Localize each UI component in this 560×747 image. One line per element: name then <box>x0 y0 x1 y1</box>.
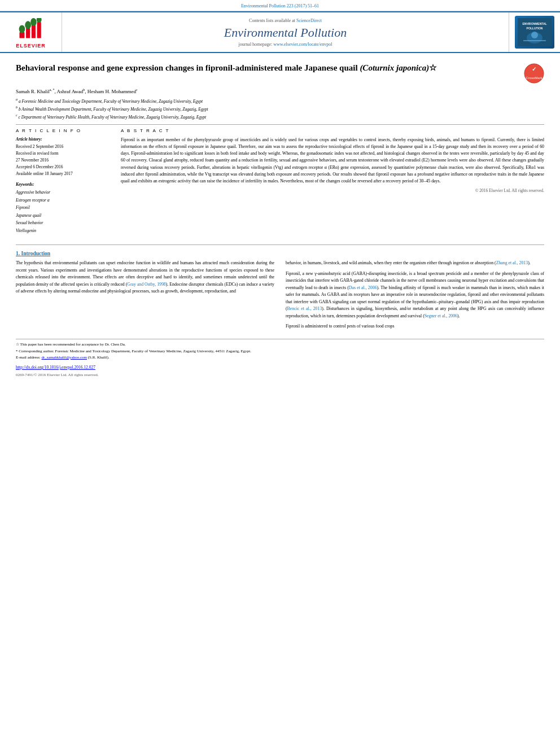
history-item-3: Accepted 6 December 2016 <box>16 164 112 171</box>
keyword-3: Japanese quail <box>16 212 112 220</box>
intro-left-para-0: The hypothesis that environmental pollut… <box>16 260 274 295</box>
author3-sup: c <box>136 88 138 91</box>
svg-point-6 <box>30 18 37 26</box>
keyword-1: Estrogen receptor α <box>16 196 112 204</box>
intro-two-col: The hypothesis that environmental pollut… <box>16 260 544 333</box>
elsevier-logo-area: ELSEVIER <box>0 12 62 52</box>
svg-point-5 <box>25 21 31 29</box>
svg-point-12 <box>531 32 538 38</box>
svg-text:ENVIRONMENTAL: ENVIRONMENTAL <box>522 22 546 25</box>
authors-line: Samah R. Khalila, *, Ashraf Awadb, Hesha… <box>16 88 544 94</box>
journal-center: Contents lists available at ScienceDirec… <box>62 12 509 52</box>
affiliations: a a Forensic Medicine and Toxicology Dep… <box>16 97 544 120</box>
journal-title-header: Environmental Pollution <box>224 25 347 40</box>
svg-rect-3 <box>37 22 41 38</box>
intro-title: Introduction <box>21 251 51 256</box>
affiliation-a: a a Forensic Medicine and Toxicology Dep… <box>16 97 544 104</box>
history-item-2: 27 November 2016 <box>16 157 112 164</box>
author1-name: Samah R. Khalil <box>16 89 50 94</box>
svg-text:CrossMark: CrossMark <box>526 76 542 80</box>
article-title-italic: (Coturnix japonica) <box>360 63 429 72</box>
elsevier-logo-text: ELSEVIER <box>16 43 46 49</box>
corresponding-note: * Corresponding author. Forensic Medicin… <box>16 348 544 355</box>
footer-doi: http://dx.doi.org/10.1016/j.envpol.2016.… <box>16 364 544 371</box>
history-subheading: Article history: <box>16 137 112 142</box>
ref-segner[interactable]: Segner et al., 2006 <box>425 313 457 318</box>
article-title-section: Behavioral response and gene expression … <box>16 60 544 84</box>
section-divider-1 <box>16 124 544 125</box>
journal-ref-bar: Environmental Pollution 223 (2017) 51–61 <box>0 0 560 11</box>
article-title: Behavioral response and gene expression … <box>16 62 518 74</box>
journal-ref-text: Environmental Pollution 223 (2017) 51–61 <box>241 3 319 8</box>
intro-right-para-2: Fipronil is administered to control pest… <box>286 323 544 330</box>
abstract-col: A B S T R A C T Fipronil is an important… <box>121 128 544 239</box>
keyword-5: Vitellogenin <box>16 227 112 235</box>
email-note: E-mail address: dr_samahkhalil@yahoo.com… <box>16 355 544 361</box>
history-items: Received 2 September 2016 Received in re… <box>16 143 112 177</box>
affiliation-c: c c Department of Veterinary Public Heal… <box>16 113 544 120</box>
article-info-heading: A R T I C L E I N F O <box>16 128 112 133</box>
intro-number: 1. <box>16 251 20 256</box>
article-info-col: A R T I C L E I N F O Article history: R… <box>16 128 112 239</box>
svg-point-4 <box>19 25 25 33</box>
main-content: Behavioral response and gene expression … <box>0 53 560 385</box>
history-item-1: Received in revised form <box>16 150 112 157</box>
footer-notes: ☆ This paper has been recommended for ac… <box>16 339 544 378</box>
footer-issn: 0269-7491/© 2016 Elsevier Ltd. All right… <box>16 372 544 378</box>
intro-right-para-0: behavior, in humans, livestock, and wild… <box>286 260 544 267</box>
keyword-2: Fipronil <box>16 204 112 212</box>
ref-gray-ostby[interactable]: Gray and Ostby, 1998 <box>127 282 165 287</box>
email-link[interactable]: dr_samahkhalil@yahoo.com <box>42 355 88 360</box>
homepage-line: journal homepage: www.elsevier.com/locat… <box>238 42 332 47</box>
keywords-block: Keywords: Aggressive behavior Estrogen r… <box>16 182 112 234</box>
intro-right-para-1: Fipronil, a new γ-aminobutyric acid (GAB… <box>286 270 544 320</box>
article-history-block: Article history: Received 2 September 20… <box>16 137 112 177</box>
elsevier-tree-icon <box>15 18 46 41</box>
article-title-suffix: ☆ <box>429 63 436 72</box>
contents-line: Contents lists available at ScienceDirec… <box>249 18 322 23</box>
article-info-abstract-section: A R T I C L E I N F O Article history: R… <box>16 128 544 239</box>
ref-zhang[interactable]: Zhang et al., 2013 <box>496 260 528 265</box>
ep-logo-area: ENVIRONMENTAL POLLUTION <box>509 12 560 52</box>
abstract-heading: A B S T R A C T <box>121 128 544 133</box>
author2-name: , Ashraf Awad <box>54 89 83 94</box>
page: Environmental Pollution 223 (2017) 51–61… <box>0 0 560 747</box>
intro-right-col: behavior, in humans, livestock, and wild… <box>286 260 544 333</box>
article-title-text: Behavioral response and gene expression … <box>16 63 360 72</box>
section-divider-2 <box>16 244 544 245</box>
keyword-4: Sexual behavior <box>16 219 112 227</box>
svg-text:POLLUTION: POLLUTION <box>527 27 543 30</box>
crossmark-logo: ✓ CrossMark <box>524 63 544 84</box>
introduction-section: 1. Introduction The hypothesis that envi… <box>16 251 544 333</box>
ref-bencic[interactable]: Bencic et al., 2013 <box>287 306 322 311</box>
abstract-text: Fipronil is an important member of the p… <box>121 137 544 185</box>
svg-point-7 <box>37 18 42 23</box>
svg-text:✓: ✓ <box>532 66 536 72</box>
history-item-4: Available online 18 January 2017 <box>16 171 112 177</box>
affiliation-b: b b Animal Wealth Development Department… <box>16 105 544 112</box>
ep-journal-cover-icon: ENVIRONMENTAL POLLUTION <box>518 18 552 46</box>
ref-das[interactable]: Das et al., 2006 <box>349 285 377 290</box>
copyright-line: © 2016 Elsevier Ltd. All rights reserved… <box>121 188 544 193</box>
keyword-0: Aggressive behavior <box>16 189 112 196</box>
svg-rect-2 <box>32 25 36 38</box>
author3-name: , Hesham H. Mohammed <box>85 89 136 94</box>
sciencedirect-link[interactable]: ScienceDirect <box>296 18 322 23</box>
svg-rect-1 <box>26 28 30 38</box>
journal-header: ELSEVIER Contents lists available at Sci… <box>0 11 560 53</box>
crossmark-icon: ✓ CrossMark <box>524 63 544 84</box>
keywords-subheading: Keywords: <box>16 182 112 187</box>
ep-logo-box: ENVIRONMENTAL POLLUTION <box>515 16 554 49</box>
doi-link[interactable]: http://dx.doi.org/10.1016/j.envpol.2016.… <box>16 365 95 370</box>
star-note: ☆ This paper has been recommended for ac… <box>16 342 544 348</box>
intro-left-col: The hypothesis that environmental pollut… <box>16 260 274 333</box>
intro-heading: 1. Introduction <box>16 251 544 256</box>
keywords-list: Aggressive behavior Estrogen receptor α … <box>16 189 112 234</box>
history-item-0: Received 2 September 2016 <box>16 143 112 150</box>
homepage-link[interactable]: www.elsevier.com/locate/envpol <box>273 42 332 47</box>
